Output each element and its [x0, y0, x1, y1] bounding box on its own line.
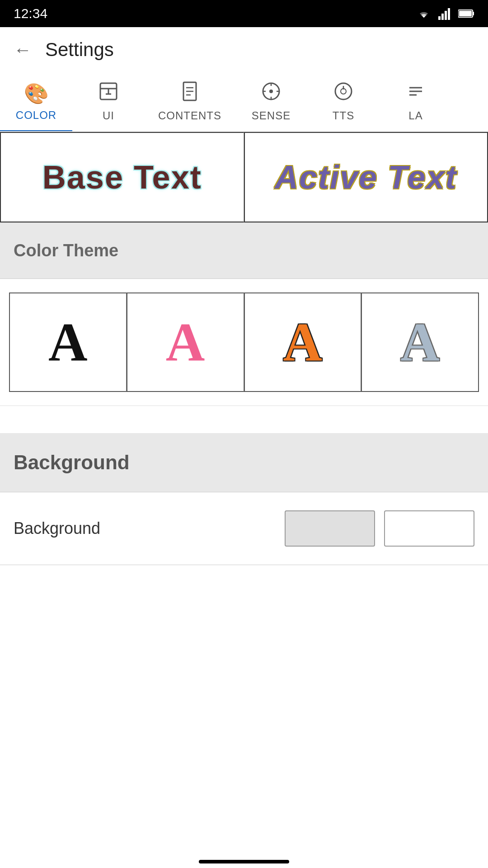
svg-rect-6 [459, 11, 472, 16]
theme-option-orange[interactable]: A [244, 292, 361, 392]
theme-option-gray[interactable]: A [361, 292, 479, 392]
background-controls [285, 510, 474, 547]
svg-rect-5 [473, 12, 474, 15]
background-row-label: Background [14, 519, 100, 538]
theme-option-pink[interactable]: A [127, 292, 244, 392]
tab-la-label: LA [408, 109, 422, 122]
la-icon [406, 81, 426, 106]
color-theme-section-header: Color Theme [0, 223, 488, 279]
background-btn-white[interactable] [384, 510, 474, 547]
wifi-icon [416, 8, 432, 19]
tab-bar: 🎨 COLOR UI CONTENTS [0, 72, 488, 132]
theme-option-black[interactable]: A [9, 292, 127, 392]
svg-rect-0 [438, 16, 441, 20]
tab-sense-label: SENSE [252, 109, 291, 122]
svg-point-14 [335, 83, 352, 99]
background-btn-gray[interactable] [285, 510, 375, 547]
status-time: 12:34 [14, 6, 47, 21]
background-section-header: Background [0, 433, 488, 492]
svg-rect-2 [445, 11, 447, 20]
tab-la[interactable]: LA [380, 72, 452, 131]
text-preview: Base Text Active Text [0, 132, 488, 223]
status-bar: 12:34 [0, 0, 488, 27]
tab-color-label: COLOR [16, 109, 56, 122]
background-section-title: Background [14, 451, 130, 473]
page-title: Settings [45, 39, 114, 61]
base-text-box[interactable]: Base Text [0, 132, 244, 222]
tab-sense[interactable]: SENSE [235, 72, 307, 131]
background-row: Background [0, 492, 488, 565]
tts-icon [333, 81, 353, 106]
active-text-label: Active Text [275, 159, 457, 196]
base-text-label: Base Text [42, 159, 202, 196]
svg-point-13 [269, 90, 273, 93]
color-theme-title: Color Theme [14, 241, 118, 260]
top-bar: ← Settings [0, 27, 488, 72]
sense-icon [261, 81, 281, 106]
signal-icon [438, 7, 452, 20]
tab-contents-label: CONTENTS [158, 109, 221, 122]
theme-gray-char: A [400, 311, 440, 373]
back-button[interactable]: ← [14, 41, 32, 59]
tab-color[interactable]: 🎨 COLOR [0, 72, 72, 131]
tab-ui-label: UI [103, 109, 114, 122]
status-icons [416, 7, 474, 20]
ui-icon [99, 81, 118, 106]
theme-pink-char: A [166, 311, 205, 373]
tab-ui[interactable]: UI [72, 72, 145, 131]
spacer [0, 406, 488, 433]
svg-rect-1 [441, 14, 444, 20]
battery-icon [458, 9, 474, 19]
home-indicator [199, 860, 289, 863]
tab-contents[interactable]: CONTENTS [145, 72, 235, 131]
tab-tts[interactable]: TTS [307, 72, 380, 131]
svg-point-16 [343, 88, 344, 90]
svg-rect-3 [448, 8, 450, 20]
theme-black-char: A [48, 311, 88, 373]
contents-icon [180, 81, 200, 106]
theme-orange-char: A [283, 311, 323, 373]
active-text-box[interactable]: Active Text [244, 132, 488, 222]
color-theme-options: A A A A [0, 279, 488, 406]
tab-tts-label: TTS [333, 109, 354, 122]
color-icon: 🎨 [24, 82, 49, 105]
